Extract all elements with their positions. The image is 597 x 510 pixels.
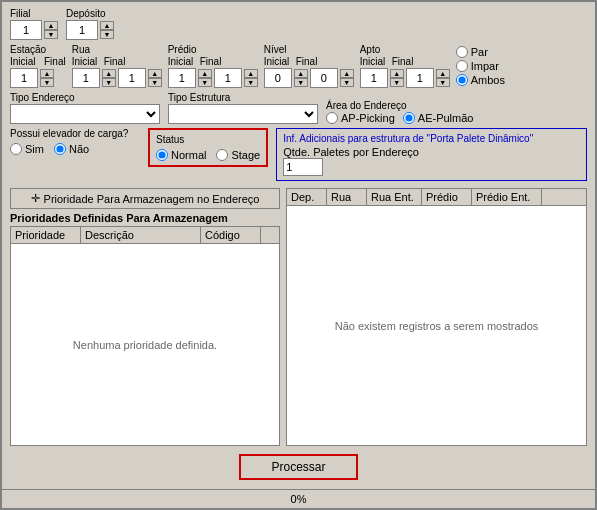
filial-group: Filial 1 ▲ ▼ (10, 8, 58, 40)
nivel-final-down[interactable]: ▼ (340, 78, 354, 87)
rua-label: Rua (72, 44, 162, 55)
left-panel: ✛ Prioridade Para Armazenagem no Endereç… (10, 188, 280, 446)
deposito-label: Depósito (66, 8, 114, 19)
estacao-initial-down[interactable]: ▼ (40, 78, 54, 87)
predio-final-up[interactable]: ▲ (244, 69, 258, 78)
par-option[interactable]: Par (456, 46, 505, 58)
rua-initial-input[interactable]: 1 (72, 68, 100, 88)
elevador-sim-option[interactable]: Sim (10, 143, 44, 155)
rua-initial-label: Inicial (72, 56, 100, 67)
apto-group: Apto Inicial Final 1 ▲ ▼ 1 ▲ ▼ (360, 44, 450, 88)
elevador-status-row: Possui elevador de carga? Sim Não Status… (10, 128, 587, 184)
filial-input[interactable]: 1 (10, 20, 42, 40)
area-endereco-group: Área do Endereço AP-Picking AE-Pulmão (326, 100, 473, 124)
apto-final-input[interactable]: 1 (406, 68, 434, 88)
area-endereco-label: Área do Endereço (326, 100, 473, 111)
ambos-radio[interactable] (456, 74, 468, 86)
processar-row: Processar (10, 454, 587, 483)
nivel-final-up[interactable]: ▲ (340, 69, 354, 78)
impar-radio[interactable] (456, 60, 468, 72)
ap-picking-option[interactable]: AP-Picking (326, 112, 395, 124)
par-radio[interactable] (456, 46, 468, 58)
filial-up-btn[interactable]: ▲ (44, 21, 58, 30)
status-normal-radio[interactable] (156, 149, 168, 161)
predio-initial-label: Inicial (168, 56, 196, 67)
elevador-nao-option[interactable]: Não (54, 143, 89, 155)
nivel-initial-up[interactable]: ▲ (294, 69, 308, 78)
nivel-final-input[interactable]: 0 (310, 68, 338, 88)
predio-initial-down[interactable]: ▼ (198, 78, 212, 87)
nivel-label: Nível (264, 44, 354, 55)
apto-final-down[interactable]: ▼ (436, 78, 450, 87)
filial-down-btn[interactable]: ▼ (44, 30, 58, 39)
deposito-group: Depósito 1 ▲ ▼ (66, 8, 114, 40)
deposito-input[interactable]: 1 (66, 20, 98, 40)
estacao-initial-label: Inicial (10, 56, 40, 67)
priority-table-header: Prioridade Descrição Código (11, 227, 279, 244)
nivel-initial-input[interactable]: 0 (264, 68, 292, 88)
deposito-up-btn[interactable]: ▲ (100, 21, 114, 30)
tipo-endereco-select[interactable] (10, 104, 160, 124)
priority-empty-msg: Nenhuma prioridade definida. (73, 339, 217, 351)
ae-pulmao-option[interactable]: AE-Pulmão (403, 112, 474, 124)
possui-elevador-group: Possui elevador de carga? Sim Não (10, 128, 140, 155)
priority-button[interactable]: ✛ Prioridade Para Armazenagem no Endereç… (10, 188, 280, 209)
apto-initial-input[interactable]: 1 (360, 68, 388, 88)
rua-initial-up[interactable]: ▲ (102, 69, 116, 78)
inf-adicionais-title: Inf. Adicionais para estrutura de "Porta… (283, 133, 580, 144)
predio-final-label: Final (200, 56, 222, 67)
apto-label: Apto (360, 44, 450, 55)
ambos-option[interactable]: Ambos (456, 74, 505, 86)
qtde-paletes-input[interactable]: 1 (283, 158, 323, 176)
elevador-sim-radio[interactable] (10, 143, 22, 155)
filial-spinner: 1 ▲ ▼ (10, 20, 58, 40)
th-descricao: Descrição (81, 227, 201, 243)
priority-table: Prioridade Descrição Código Nenhuma prio… (10, 226, 280, 446)
apto-final-up[interactable]: ▲ (436, 69, 450, 78)
ap-picking-radio[interactable] (326, 112, 338, 124)
right-table-body: Não existem registros a serem mostrados (287, 206, 586, 445)
tipo-estrutura-select[interactable] (168, 104, 318, 124)
nivel-initial-down[interactable]: ▼ (294, 78, 308, 87)
apto-initial-up[interactable]: ▲ (390, 69, 404, 78)
deposito-down-btn[interactable]: ▼ (100, 30, 114, 39)
th-prioridade: Prioridade (11, 227, 81, 243)
status-stage-radio[interactable] (216, 149, 228, 161)
apto-initial-label: Inicial (360, 56, 388, 67)
main-window: Filial 1 ▲ ▼ Depósito 1 ▲ ▼ (0, 0, 597, 510)
status-normal-option[interactable]: Normal (156, 149, 206, 161)
tipo-estrutura-label: Tipo Estrutura (168, 92, 318, 103)
rua-final-label: Final (104, 56, 126, 67)
estacao-initial-input[interactable]: 1 (10, 68, 38, 88)
priority-table-body: Nenhuma prioridade definida. (11, 244, 279, 445)
nivel-group: Nível Inicial Final 0 ▲ ▼ 0 ▲ ▼ (264, 44, 354, 88)
right-table-empty-msg: Não existem registros a serem mostrados (335, 320, 539, 332)
bottom-section: ✛ Prioridade Para Armazenagem no Endereç… (10, 188, 587, 446)
rua-initial-down[interactable]: ▼ (102, 78, 116, 87)
estacao-group: Estação Inicial Final 1 ▲ ▼ (10, 44, 66, 88)
progress-bar: 0% (2, 489, 595, 508)
qtde-paletes-label: Qtde. Paletes por Endereço (283, 146, 419, 158)
prioridades-label: Prioridades Definidas Para Armazenagem (10, 212, 280, 224)
progress-value: 0% (291, 493, 307, 505)
impar-option[interactable]: Impar (456, 60, 505, 72)
status-stage-option[interactable]: Stage (216, 149, 260, 161)
ae-pulmao-radio[interactable] (403, 112, 415, 124)
right-table: Dep. Rua Rua Ent. Prédio Prédio Ent. Não… (286, 188, 587, 446)
rua-final-down[interactable]: ▼ (148, 78, 162, 87)
rua-final-input[interactable]: 1 (118, 68, 146, 88)
rua-final-up[interactable]: ▲ (148, 69, 162, 78)
apto-initial-down[interactable]: ▼ (390, 78, 404, 87)
processar-button[interactable]: Processar (239, 454, 357, 480)
predio-final-down[interactable]: ▼ (244, 78, 258, 87)
estacao-initial-up[interactable]: ▲ (40, 69, 54, 78)
predio-label: Prédio (168, 44, 258, 55)
predio-initial-up[interactable]: ▲ (198, 69, 212, 78)
predio-initial-input[interactable]: 1 (168, 68, 196, 88)
predio-final-input[interactable]: 1 (214, 68, 242, 88)
address-fields-row: Estação Inicial Final 1 ▲ ▼ Rua Inicial (10, 44, 587, 88)
possui-elevador-label: Possui elevador de carga? (10, 128, 140, 139)
elevador-nao-radio[interactable] (54, 143, 66, 155)
status-group: Status Normal Stage (148, 128, 268, 167)
tipo-endereco-group: Tipo Endereço (10, 92, 160, 124)
